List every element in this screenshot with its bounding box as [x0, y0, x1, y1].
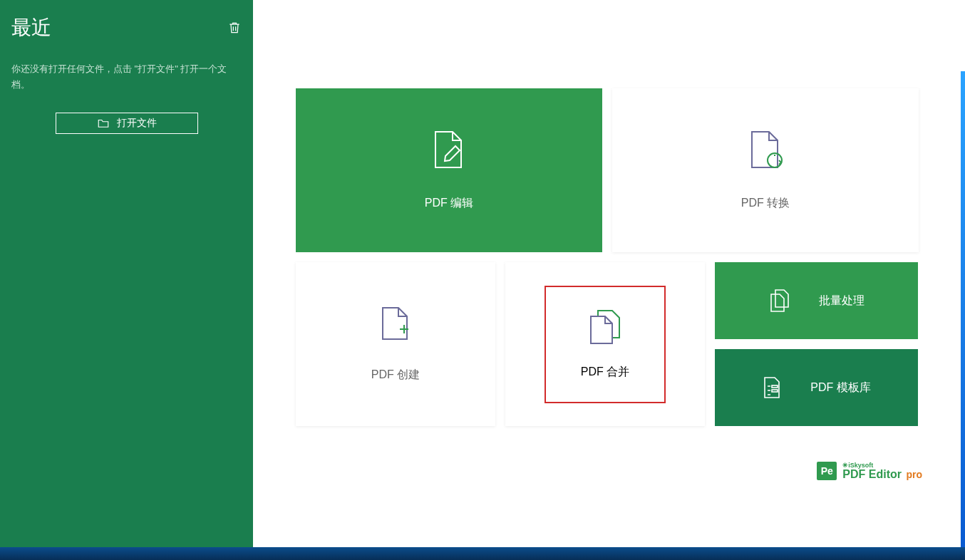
sidebar-hint: 你还没有打开任何文件，点击 "打开文件" 打开一个文档。: [11, 61, 242, 93]
app-root: 最近 你还没有打开任何文件，点击 "打开文件" 打开一个文档。 打开文件 PDF…: [0, 0, 965, 547]
brand-badge: Pe: [817, 462, 837, 480]
window-edge-right: [961, 71, 965, 547]
open-file-label: 打开文件: [117, 117, 157, 130]
brand-logo: Pe ✳iSkysoft PDF Editor pro: [817, 462, 922, 480]
tile-row-top: PDF 编辑 PDF 转换: [296, 88, 922, 252]
tile-label: PDF 转换: [741, 196, 790, 211]
brand-edition: pro: [906, 469, 922, 480]
convert-doc-icon: [748, 130, 783, 170]
tile-label: PDF 模板库: [810, 380, 870, 395]
tile-label: 批量处理: [819, 294, 865, 308]
tile-pdf-edit[interactable]: PDF 编辑: [296, 88, 602, 252]
main-area: PDF 编辑 PDF 转换 PDF 创建: [253, 0, 965, 547]
tile-pdf-convert[interactable]: PDF 转换: [612, 88, 919, 252]
edit-doc-icon: [431, 130, 467, 170]
tile-row-bottom: PDF 创建 PDF 合并 批量处理: [296, 262, 922, 426]
sidebar-title: 最近: [11, 14, 51, 41]
template-icon: [762, 376, 782, 399]
tile-label: PDF 合并: [581, 365, 629, 380]
create-doc-icon: [380, 306, 411, 342]
tile-merge-highlight: PDF 合并: [545, 286, 666, 403]
tile-label: PDF 创建: [371, 368, 420, 383]
sidebar-header: 最近: [11, 14, 242, 41]
trash-icon[interactable]: [227, 20, 242, 36]
open-file-button[interactable]: 打开文件: [56, 113, 198, 134]
tile-pdf-merge[interactable]: PDF 合并: [505, 262, 705, 426]
folder-icon: [97, 118, 110, 129]
tile-pdf-create[interactable]: PDF 创建: [296, 262, 495, 426]
tile-template-library[interactable]: PDF 模板库: [715, 349, 918, 426]
merge-doc-icon: [588, 309, 622, 345]
taskbar: [0, 547, 965, 560]
sidebar: 最近 你还没有打开任何文件，点击 "打开文件" 打开一个文档。 打开文件: [0, 0, 253, 547]
tile-stack-right: 批量处理 PDF 模板库: [715, 262, 918, 426]
batch-icon: [769, 289, 790, 313]
tile-batch-process[interactable]: 批量处理: [715, 262, 918, 339]
svg-rect-1: [772, 385, 778, 388]
tile-label: PDF 编辑: [425, 196, 473, 211]
svg-rect-2: [772, 390, 778, 392]
brand-text: ✳iSkysoft PDF Editor pro: [842, 462, 922, 480]
brand-product: PDF Editor: [842, 468, 902, 480]
